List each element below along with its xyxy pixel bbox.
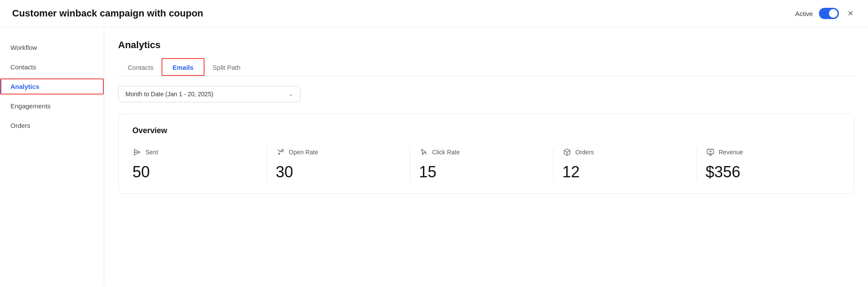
metric-revenue: Revenue $356 bbox=[697, 147, 840, 181]
header: Customer winback campaign with coupon Ac… bbox=[0, 0, 868, 27]
metric-orders-value: 12 bbox=[562, 163, 688, 181]
sidebar-item-orders[interactable]: Orders bbox=[0, 116, 104, 135]
toggle-track bbox=[819, 8, 839, 19]
page-title: Customer winback campaign with coupon bbox=[12, 8, 203, 19]
layout: Workflow Contacts Analytics Engagements … bbox=[0, 27, 868, 286]
sidebar-item-analytics[interactable]: Analytics bbox=[0, 77, 104, 96]
tab-contacts[interactable]: Contacts bbox=[118, 59, 163, 76]
analytics-tabs: Contacts Emails Split Path bbox=[118, 59, 854, 76]
metric-orders: Orders 12 bbox=[554, 147, 697, 181]
toggle-thumb bbox=[829, 9, 838, 18]
sidebar-item-label: Orders bbox=[10, 122, 30, 129]
metric-open-rate-header: Open Rate bbox=[276, 147, 401, 157]
metric-click-rate-value: 15 bbox=[419, 163, 545, 181]
metric-revenue-header: Revenue bbox=[706, 147, 831, 157]
metric-open-rate: Open Rate 30 bbox=[267, 147, 410, 181]
date-filter-label: Month to Date (Jan 1 - 20, 2025) bbox=[125, 91, 213, 98]
analytics-title: Analytics bbox=[118, 39, 854, 51]
svg-line-3 bbox=[425, 153, 426, 154]
tab-split-path[interactable]: Split Path bbox=[203, 59, 250, 76]
header-controls: Active × bbox=[795, 8, 856, 19]
sidebar-item-workflow[interactable]: Workflow bbox=[0, 38, 104, 57]
metric-revenue-value: $356 bbox=[706, 163, 831, 181]
send-icon bbox=[132, 147, 142, 157]
metric-orders-header: Orders bbox=[562, 147, 688, 157]
metric-sent-label: Sent bbox=[145, 149, 158, 156]
metric-revenue-label: Revenue bbox=[719, 149, 743, 156]
main-content: Analytics Contacts Emails Split Path Mon… bbox=[104, 27, 868, 286]
sidebar-item-label: Analytics bbox=[10, 83, 40, 90]
chevron-down-icon: ⌄ bbox=[289, 91, 293, 97]
metric-sent: Sent 50 bbox=[132, 147, 267, 181]
metrics-row: Sent 50 Open Rate bbox=[132, 147, 840, 181]
click-rate-icon bbox=[419, 147, 429, 157]
orders-icon bbox=[562, 147, 572, 157]
sidebar-item-label: Engagements bbox=[10, 102, 51, 110]
close-button[interactable]: × bbox=[845, 8, 856, 19]
sidebar-item-engagements[interactable]: Engagements bbox=[0, 96, 104, 116]
revenue-icon bbox=[706, 147, 715, 157]
date-filter-dropdown[interactable]: Month to Date (Jan 1 - 20, 2025) ⌄ bbox=[118, 86, 300, 102]
metric-click-rate-header: Click Rate bbox=[419, 147, 545, 157]
open-rate-icon bbox=[276, 147, 285, 157]
metric-sent-header: Sent bbox=[132, 147, 258, 157]
metric-open-rate-value: 30 bbox=[276, 163, 401, 181]
metric-click-rate-label: Click Rate bbox=[432, 149, 460, 156]
sidebar: Workflow Contacts Analytics Engagements … bbox=[0, 27, 104, 286]
overview-title: Overview bbox=[132, 126, 840, 135]
sidebar-item-contacts[interactable]: Contacts bbox=[0, 57, 104, 77]
overview-card: Overview Sent 50 bbox=[118, 114, 854, 194]
metric-open-rate-label: Open Rate bbox=[289, 149, 318, 156]
metric-orders-label: Orders bbox=[575, 149, 594, 156]
active-label: Active bbox=[795, 10, 813, 17]
metric-click-rate: Click Rate 15 bbox=[410, 147, 554, 181]
svg-point-2 bbox=[279, 153, 280, 154]
active-toggle[interactable] bbox=[819, 8, 839, 19]
metric-sent-value: 50 bbox=[132, 163, 258, 181]
sidebar-item-label: Workflow bbox=[10, 44, 37, 51]
tab-emails[interactable]: Emails bbox=[163, 59, 203, 76]
sidebar-item-label: Contacts bbox=[10, 63, 36, 71]
